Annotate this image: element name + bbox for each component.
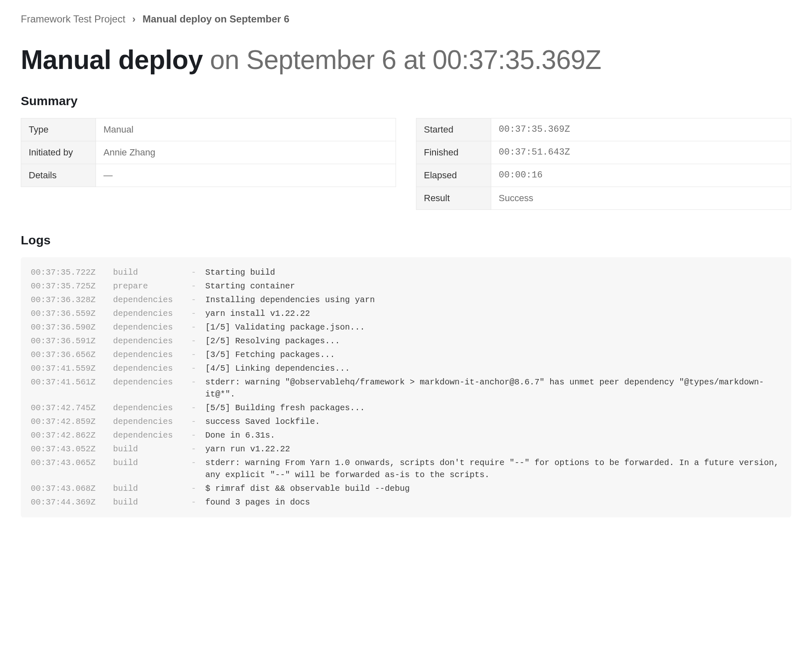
summary-row: Elapsed00:00:16 xyxy=(416,164,791,187)
log-timestamp: 00:37:35.725Z xyxy=(31,280,106,292)
log-stage: dependencies xyxy=(113,402,184,414)
log-stage: build xyxy=(113,266,184,278)
log-timestamp: 00:37:36.559Z xyxy=(31,308,106,320)
log-timestamp: 00:37:43.052Z xyxy=(31,443,106,455)
log-separator: - xyxy=(191,362,198,374)
log-timestamp: 00:37:44.369Z xyxy=(31,496,106,508)
log-separator: - xyxy=(191,402,198,414)
logs-box: 00:37:35.722Zbuild-Starting build00:37:3… xyxy=(21,257,791,517)
log-row: 00:37:43.065Zbuild-stderr: warning From … xyxy=(31,456,781,482)
log-message: stderr: warning "@observablehq/framework… xyxy=(205,376,781,400)
summary-label: Finished xyxy=(416,141,491,164)
summary-right-col: Started00:37:35.369ZFinished00:37:51.643… xyxy=(416,118,791,210)
breadcrumb-separator: › xyxy=(132,13,135,25)
summary-value: Success xyxy=(491,187,791,209)
log-separator: - xyxy=(191,457,198,469)
log-timestamp: 00:37:36.590Z xyxy=(31,321,106,333)
summary-label: Result xyxy=(416,187,491,209)
log-timestamp: 00:37:35.722Z xyxy=(31,266,106,278)
log-row: 00:37:42.745Zdependencies-[5/5] Building… xyxy=(31,401,781,415)
log-separator: - xyxy=(191,376,198,388)
log-timestamp: 00:37:41.561Z xyxy=(31,376,106,388)
log-row: 00:37:42.859Zdependencies-success Saved … xyxy=(31,415,781,428)
log-stage: build xyxy=(113,483,184,495)
log-stage: build xyxy=(113,496,184,508)
log-row: 00:37:41.559Zdependencies-[4/5] Linking … xyxy=(31,362,781,375)
summary-row: ResultSuccess xyxy=(416,187,791,209)
log-separator: - xyxy=(191,349,198,361)
page-title-rest: on September 6 at 00:37:35.369Z xyxy=(203,45,601,75)
summary-right-table: Started00:37:35.369ZFinished00:37:51.643… xyxy=(416,118,791,210)
log-timestamp: 00:37:41.559Z xyxy=(31,362,106,374)
log-stage: dependencies xyxy=(113,416,184,428)
breadcrumb: Framework Test Project › Manual deploy o… xyxy=(21,13,791,25)
log-separator: - xyxy=(191,266,198,278)
summary-heading: Summary xyxy=(21,94,791,108)
log-timestamp: 00:37:43.065Z xyxy=(31,457,106,469)
log-message: [3/5] Fetching packages... xyxy=(205,349,781,361)
log-row: 00:37:42.862Zdependencies-Done in 6.31s. xyxy=(31,428,781,442)
log-row: 00:37:36.559Zdependencies-yarn install v… xyxy=(31,307,781,320)
log-separator: - xyxy=(191,483,198,495)
log-row: 00:37:44.369Zbuild-found 3 pages in docs xyxy=(31,495,781,509)
log-message: $ rimraf dist && observable build --debu… xyxy=(205,483,781,495)
log-stage: dependencies xyxy=(113,349,184,361)
log-separator: - xyxy=(191,280,198,292)
summary-row: Finished00:37:51.643Z xyxy=(416,141,791,164)
log-row: 00:37:43.052Zbuild-yarn run v1.22.22 xyxy=(31,442,781,456)
log-timestamp: 00:37:43.068Z xyxy=(31,483,106,495)
summary-value: 00:37:35.369Z xyxy=(491,118,791,141)
log-stage: dependencies xyxy=(113,321,184,333)
log-row: 00:37:35.722Zbuild-Starting build xyxy=(31,266,781,279)
log-message: Installing dependencies using yarn xyxy=(205,294,781,306)
summary-label: Details xyxy=(21,164,96,187)
summary-label: Started xyxy=(416,118,491,141)
log-separator: - xyxy=(191,321,198,333)
log-stage: dependencies xyxy=(113,362,184,374)
summary-grid: TypeManualInitiated byAnnie ZhangDetails… xyxy=(21,118,791,210)
breadcrumb-current: Manual deploy on September 6 xyxy=(143,13,289,25)
log-timestamp: 00:37:42.745Z xyxy=(31,402,106,414)
log-separator: - xyxy=(191,335,198,347)
log-message: found 3 pages in docs xyxy=(205,496,781,508)
log-message: stderr: warning From Yarn 1.0 onwards, s… xyxy=(205,457,781,481)
log-message: success Saved lockfile. xyxy=(205,416,781,428)
log-message: Starting container xyxy=(205,280,781,292)
log-message: [1/5] Validating package.json... xyxy=(205,321,781,333)
log-separator: - xyxy=(191,308,198,320)
log-separator: - xyxy=(191,416,198,428)
log-timestamp: 00:37:42.862Z xyxy=(31,429,106,441)
summary-row: Initiated byAnnie Zhang xyxy=(21,141,396,164)
summary-row: TypeManual xyxy=(21,118,396,141)
log-timestamp: 00:37:36.591Z xyxy=(31,335,106,347)
log-message: Done in 6.31s. xyxy=(205,429,781,441)
log-timestamp: 00:37:36.656Z xyxy=(31,349,106,361)
breadcrumb-parent-link[interactable]: Framework Test Project xyxy=(21,13,125,25)
log-message: yarn install v1.22.22 xyxy=(205,308,781,320)
summary-label: Initiated by xyxy=(21,141,96,164)
log-row: 00:37:36.590Zdependencies-[1/5] Validati… xyxy=(31,320,781,334)
summary-label: Elapsed xyxy=(416,164,491,187)
summary-left-col: TypeManualInitiated byAnnie ZhangDetails… xyxy=(21,118,396,210)
summary-row: Started00:37:35.369Z xyxy=(416,118,791,141)
log-separator: - xyxy=(191,443,198,455)
log-stage: build xyxy=(113,443,184,455)
page-title: Manual deploy on September 6 at 00:37:35… xyxy=(21,45,791,76)
log-row: 00:37:36.328Zdependencies-Installing dep… xyxy=(31,293,781,307)
log-row: 00:37:35.725Zprepare-Starting container xyxy=(31,279,781,293)
log-timestamp: 00:37:36.328Z xyxy=(31,294,106,306)
log-message: [2/5] Resolving packages... xyxy=(205,335,781,347)
logs-heading: Logs xyxy=(21,233,791,247)
summary-left-table: TypeManualInitiated byAnnie ZhangDetails… xyxy=(21,118,396,187)
log-stage: dependencies xyxy=(113,308,184,320)
summary-value: — xyxy=(96,164,396,187)
log-row: 00:37:41.561Zdependencies-stderr: warnin… xyxy=(31,375,781,401)
summary-value: Annie Zhang xyxy=(96,141,396,164)
log-stage: prepare xyxy=(113,280,184,292)
log-row: 00:37:36.656Zdependencies-[3/5] Fetching… xyxy=(31,348,781,362)
summary-value: 00:00:16 xyxy=(491,164,791,187)
log-row: 00:37:36.591Zdependencies-[2/5] Resolvin… xyxy=(31,334,781,348)
log-separator: - xyxy=(191,496,198,508)
summary-label: Type xyxy=(21,118,96,141)
log-stage: dependencies xyxy=(113,294,184,306)
